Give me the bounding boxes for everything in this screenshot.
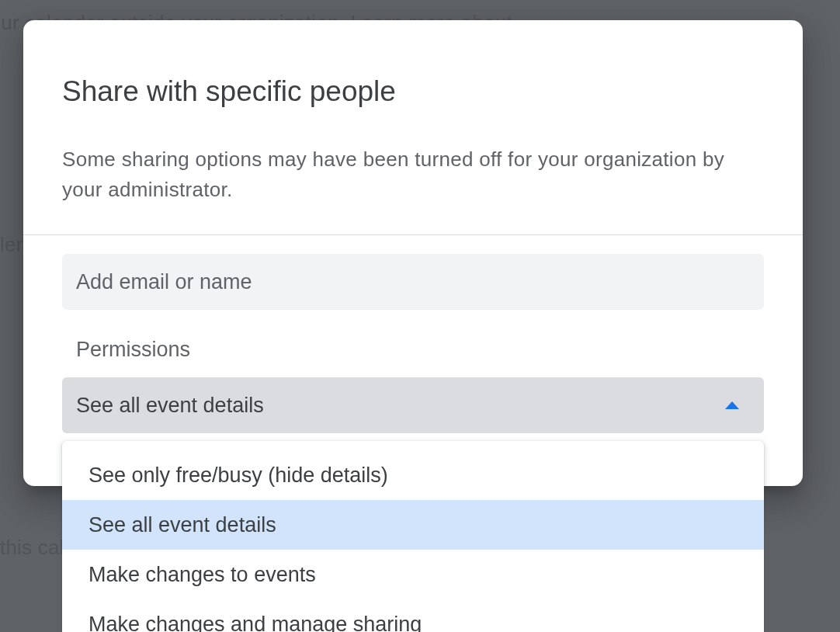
share-dialog: Share with specific people Some sharing … xyxy=(23,20,803,486)
permission-option-all-details[interactable]: See all event details xyxy=(62,500,764,550)
email-input[interactable] xyxy=(62,254,764,310)
permission-option-manage-sharing[interactable]: Make changes and manage sharing xyxy=(62,599,764,632)
permission-option-make-changes[interactable]: Make changes to events xyxy=(62,550,764,599)
permissions-select-value: See all event details xyxy=(76,394,264,418)
permissions-label: Permissions xyxy=(62,338,764,362)
permissions-dropdown-menu: See only free/busy (hide details) See al… xyxy=(62,441,764,632)
caret-up-icon xyxy=(725,401,739,409)
permission-option-free-busy[interactable]: See only free/busy (hide details) xyxy=(62,450,764,500)
permissions-select[interactable]: See all event details xyxy=(62,377,764,433)
dialog-header: Share with specific people Some sharing … xyxy=(23,20,803,205)
dialog-subtitle: Some sharing options may have been turne… xyxy=(62,144,764,205)
dialog-title: Share with specific people xyxy=(62,73,764,110)
permissions-select-container: See all event details See only free/busy… xyxy=(62,377,764,433)
dialog-body: Permissions See all event details See on… xyxy=(23,235,803,433)
